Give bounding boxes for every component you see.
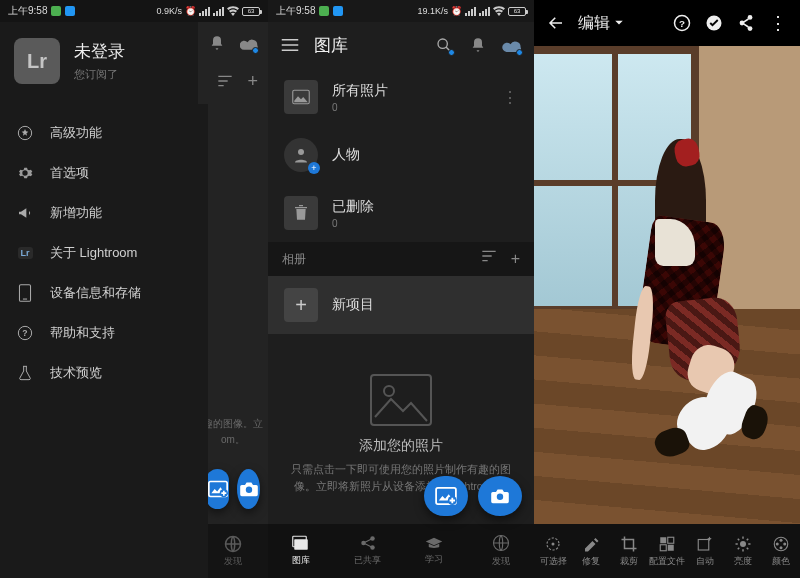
background-gallery-peek: + 趣的图像。立om。 发现 — [198, 22, 268, 578]
tool-heal[interactable]: 修复 — [572, 524, 610, 578]
drawer-header[interactable]: Lr 未登录 您订阅了 — [0, 22, 198, 104]
svg-rect-33 — [660, 544, 666, 550]
status-indicator-icon — [319, 6, 329, 16]
more-icon[interactable]: ⋮ — [502, 88, 518, 107]
list-count: 0 — [332, 102, 488, 113]
nav-label: 图库 — [292, 554, 310, 567]
photo-canvas[interactable] — [534, 46, 800, 524]
tool-label: 修复 — [582, 556, 600, 568]
tool-label: 配置文件 — [649, 556, 685, 568]
flask-icon — [16, 364, 34, 382]
search-icon[interactable] — [434, 35, 454, 55]
add-album-icon[interactable]: + — [511, 250, 520, 268]
svg-text:?: ? — [679, 18, 685, 29]
svg-text:?: ? — [22, 328, 27, 338]
menu-item-whats-new[interactable]: 新增功能 — [0, 193, 208, 233]
bell-icon[interactable] — [468, 35, 488, 55]
back-icon[interactable] — [546, 13, 566, 33]
plus-icon: + — [284, 288, 318, 322]
tool-label: 可选择 — [540, 556, 567, 568]
menu-label: 首选项 — [50, 164, 89, 182]
add-photo-fab[interactable] — [206, 469, 229, 509]
svg-point-36 — [740, 541, 746, 547]
share-icon[interactable] — [736, 13, 756, 33]
tool-label: 自动 — [696, 556, 714, 568]
status-bar: 上午9:58 19.1K/s ⏰ 63 — [268, 0, 534, 22]
megaphone-icon — [16, 204, 34, 222]
wifi-icon — [227, 6, 239, 16]
svg-rect-31 — [660, 537, 666, 543]
tool-color[interactable]: 颜色 — [762, 524, 800, 578]
camera-fab[interactable] — [237, 469, 260, 509]
drawer-panel: 上午9:58 0.9K/s ⏰ 63 + 趣的图像。立om。 — [0, 0, 268, 578]
menu-item-tech-preview[interactable]: 技术预览 — [0, 353, 208, 393]
menu-item-about[interactable]: Lr 关于 Lightroom — [0, 233, 208, 273]
svg-point-9 — [438, 39, 447, 48]
account-subtitle: 您订阅了 — [74, 67, 125, 82]
menu-label: 关于 Lightroom — [50, 244, 137, 262]
gallery-panel: 上午9:58 19.1K/s ⏰ 63 图库 所有照片0 ⋮ + 人物 — [268, 0, 534, 578]
empty-title: 添加您的照片 — [359, 437, 443, 455]
collections-list: 所有照片0 ⋮ + 人物 已删除0 — [268, 68, 534, 242]
svg-point-30 — [552, 542, 555, 545]
cloud-icon[interactable] — [502, 35, 522, 55]
battery-icon: 63 — [242, 7, 260, 16]
svg-rect-34 — [668, 544, 674, 550]
svg-rect-32 — [668, 537, 674, 543]
account-title: 未登录 — [74, 40, 125, 63]
nav-discover[interactable]: 发现 — [468, 524, 535, 578]
trash-icon — [284, 196, 318, 230]
nav-gallery[interactable]: 图库 — [268, 524, 335, 578]
add-photo-fab[interactable] — [424, 476, 468, 516]
editor-panel: 编辑 ? ⋮ 可选择 修复 裁剪 配置文件 自动 亮度 颜色 — [534, 0, 800, 578]
photos-icon — [284, 80, 318, 114]
sort-icon[interactable] — [481, 250, 497, 268]
camera-fab[interactable] — [478, 476, 522, 516]
signal-icon — [479, 7, 490, 16]
gear-icon — [16, 164, 34, 182]
bell-icon[interactable] — [208, 33, 226, 53]
nav-discover[interactable]: 发现 — [198, 524, 268, 578]
status-indicator-icon — [51, 6, 61, 16]
tool-auto[interactable]: 自动 — [686, 524, 724, 578]
checkmark-icon[interactable] — [704, 13, 724, 33]
section-label: 相册 — [282, 251, 306, 268]
status-time: 上午9:58 — [8, 4, 47, 18]
alarm-icon: ⏰ — [451, 6, 462, 16]
tool-light[interactable]: 亮度 — [724, 524, 762, 578]
tool-crop[interactable]: 裁剪 — [610, 524, 648, 578]
editor-title[interactable]: 编辑 — [578, 13, 660, 34]
svg-point-19 — [361, 541, 366, 546]
page-title: 图库 — [314, 34, 420, 57]
more-icon[interactable]: ⋮ — [768, 13, 788, 33]
app-logo-icon: Lr — [14, 38, 60, 84]
menu-label: 帮助和支持 — [50, 324, 115, 342]
nav-shared[interactable]: 已共享 — [335, 524, 402, 578]
hamburger-icon[interactable] — [280, 35, 300, 55]
plus-icon[interactable]: + — [247, 71, 258, 92]
list-item-all-photos[interactable]: 所有照片0 ⋮ — [268, 68, 534, 126]
cloud-icon[interactable] — [240, 33, 258, 53]
status-netspeed: 0.9K/s — [156, 6, 182, 16]
menu-item-preferences[interactable]: 首选项 — [0, 153, 208, 193]
lr-badge-icon: Lr — [16, 244, 34, 262]
gallery-header: 图库 — [268, 22, 534, 68]
status-indicator-icon — [333, 6, 343, 16]
nav-label: 发现 — [492, 555, 510, 568]
menu-label: 技术预览 — [50, 364, 102, 382]
tool-profiles[interactable]: 配置文件 — [648, 524, 686, 578]
nav-learn[interactable]: 学习 — [401, 524, 468, 578]
menu-item-help[interactable]: ? 帮助和支持 — [0, 313, 208, 353]
status-indicator-icon — [65, 6, 75, 16]
list-item-people[interactable]: + 人物 — [268, 126, 534, 184]
tool-selective[interactable]: 可选择 — [534, 524, 572, 578]
new-project-button[interactable]: + 新项目 — [268, 276, 534, 334]
help-icon[interactable]: ? — [672, 13, 692, 33]
editor-header: 编辑 ? ⋮ — [534, 0, 800, 46]
list-item-deleted[interactable]: 已删除0 — [268, 184, 534, 242]
menu-item-device-storage[interactable]: 设备信息和存储 — [0, 273, 208, 313]
menu-item-premium[interactable]: 高级功能 — [0, 113, 208, 153]
tool-label: 亮度 — [734, 556, 752, 568]
sort-icon[interactable] — [217, 75, 233, 87]
signal-icon — [465, 7, 476, 16]
